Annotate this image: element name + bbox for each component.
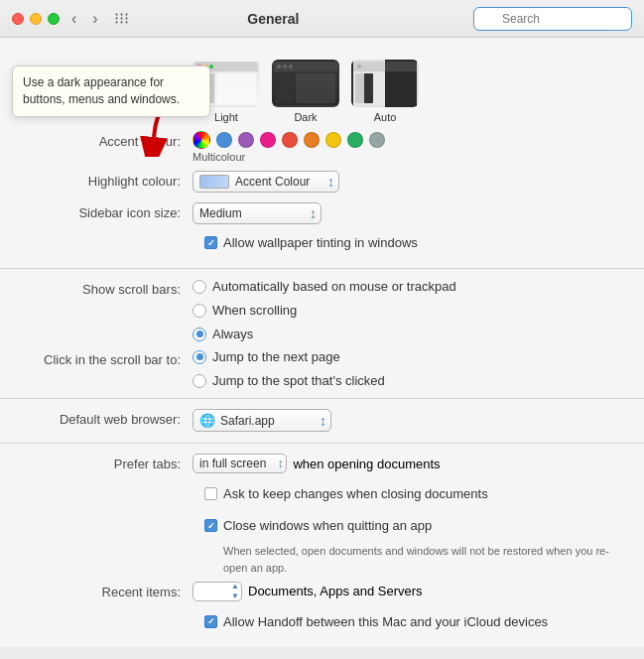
- click-next-label: Jump to the next page: [212, 349, 340, 364]
- sidebar-size-dropdown[interactable]: Medium: [193, 202, 322, 224]
- highlight-colour-label: Highlight colour:: [24, 171, 193, 189]
- browser-icon: 🌐: [199, 413, 215, 428]
- light-label: Light: [214, 111, 238, 123]
- browser-section: Default web browser: 🌐 Safari.app ↕: [0, 399, 644, 444]
- scrollbars-always-radio[interactable]: [193, 328, 206, 341]
- click-spot-row: Jump to the spot that's clicked: [193, 373, 385, 388]
- stepper-up[interactable]: ▲: [230, 582, 240, 592]
- recent-items-controls: 10 ▲ ▼ Documents, Apps and Servers: [193, 582, 620, 601]
- scrollbars-scrolling-radio[interactable]: [193, 304, 206, 318]
- search-input[interactable]: [473, 7, 632, 31]
- dark-label: Dark: [294, 111, 317, 123]
- tabs-dropdown-wrapper: in full screen ↕: [193, 454, 287, 473]
- sidebar-size-dropdown-wrapper: Medium ↕: [193, 202, 322, 224]
- browser-label: Default web browser:: [24, 409, 193, 427]
- accent-colour-row: Accent colour:: [24, 131, 620, 163]
- accent-purple[interactable]: [238, 132, 254, 148]
- scrollbars-auto-radio[interactable]: [193, 280, 206, 294]
- close-windows-label: Close windows when quitting an app: [223, 517, 432, 535]
- close-windows-group: Close windows when quitting an app When …: [204, 517, 620, 576]
- close-button[interactable]: [12, 13, 24, 25]
- highlight-preview: [199, 175, 229, 189]
- browser-value: Safari.app: [220, 414, 275, 428]
- sidebar-icon-size-row: Sidebar icon size: Medium ↕: [24, 202, 620, 226]
- appearance-controls: Light: [193, 60, 620, 123]
- close-windows-note: When selected, open documents and window…: [223, 545, 609, 573]
- auto-thumb: [351, 60, 419, 107]
- prefer-tabs-row: Prefer tabs: in full screen ↕ when openi…: [24, 454, 620, 477]
- click-spot-label: Jump to the spot that's clicked: [212, 373, 385, 388]
- auto-label: Auto: [374, 111, 397, 123]
- sidebar-size-controls: Medium ↕: [193, 202, 620, 224]
- click-scrollbar-controls: Jump to the next page Jump to the spot t…: [193, 349, 620, 388]
- titlebar: ‹ › ⁝⁝⁝ General 🔍: [0, 0, 644, 38]
- wallpaper-label: Allow wallpaper tinting in windows: [223, 234, 418, 252]
- recent-items-label: Recent items:: [24, 582, 193, 599]
- back-button[interactable]: ‹: [67, 9, 80, 29]
- multicolor-label: Multicolour: [193, 151, 385, 163]
- accent-orange[interactable]: [304, 132, 320, 148]
- browser-dropdown-wrapper: 🌐 Safari.app ↕: [193, 409, 331, 432]
- stepper-down[interactable]: ▼: [230, 592, 240, 601]
- settings-area: Appearance:: [0, 38, 644, 647]
- highlight-dropdown-wrapper: Accent Colour ↕: [193, 171, 339, 193]
- accent-pink[interactable]: [260, 132, 276, 148]
- click-next-radio[interactable]: [193, 350, 206, 364]
- appearance-options: Light: [193, 60, 419, 123]
- close-windows-note-wrapper: When selected, open documents and window…: [204, 543, 620, 576]
- close-windows-checkbox[interactable]: [204, 519, 217, 532]
- wallpaper-checkbox[interactable]: [204, 236, 217, 249]
- minimize-button[interactable]: [30, 13, 42, 25]
- scrollbars-always-label: Always: [212, 327, 253, 341]
- prefer-tabs-controls: in full screen ↕ when opening documents: [193, 454, 620, 473]
- appearance-auto[interactable]: Auto: [351, 60, 419, 123]
- scrollbars-auto-row: Automatically based on mouse or trackpad: [193, 279, 456, 294]
- ask-changes-label: Ask to keep changes when closing documen…: [223, 485, 488, 503]
- maximize-button[interactable]: [48, 13, 60, 25]
- close-windows-row: Close windows when quitting an app When …: [24, 517, 620, 576]
- accent-red[interactable]: [282, 132, 298, 148]
- scrollbars-controls: Automatically based on mouse or trackpad…: [193, 279, 620, 341]
- handoff-checkbox-row: Allow Handoff between this Mac and your …: [204, 613, 548, 631]
- scrollbars-section: Show scroll bars: Automatically based on…: [0, 269, 644, 399]
- highlight-dropdown[interactable]: Accent Colour: [193, 171, 339, 193]
- accent-multicolor[interactable]: [193, 131, 210, 149]
- handoff-checkbox[interactable]: [204, 615, 217, 628]
- search-wrapper: 🔍: [473, 7, 632, 31]
- accent-blue[interactable]: [216, 132, 232, 148]
- traffic-lights: [12, 13, 60, 25]
- click-scrollbar-row: Click in the scroll bar to: Jump to the …: [24, 349, 620, 388]
- ask-changes-row: Ask to keep changes when closing documen…: [24, 485, 620, 509]
- tabs-dropdown[interactable]: in full screen: [193, 454, 287, 473]
- show-scrollbars-label: Show scroll bars:: [24, 279, 193, 297]
- wallpaper-checkbox-row: Allow wallpaper tinting in windows: [204, 234, 418, 252]
- accent-colors: [193, 131, 385, 149]
- scrollbars-always-row: Always: [193, 327, 253, 341]
- highlight-colour-row: Highlight colour: Accent Colour ↕: [24, 171, 620, 195]
- prefer-tabs-suffix: when opening documents: [293, 457, 440, 471]
- accent-swatch-wrapper: Multicolour: [193, 131, 385, 163]
- recent-items-stepper[interactable]: 10 ▲ ▼: [193, 582, 242, 601]
- click-next-row: Jump to the next page: [193, 349, 340, 364]
- sidebar-size-value: Medium: [199, 206, 242, 220]
- accent-green[interactable]: [347, 132, 363, 148]
- recent-items-row: Recent items: 10 ▲ ▼ Documents, Apps and…: [24, 582, 620, 605]
- accent-controls: Multicolour: [193, 131, 620, 163]
- handoff-label: Allow Handoff between this Mac and your …: [223, 613, 548, 631]
- appearance-dark[interactable]: Dark: [272, 60, 339, 123]
- tooltip: Use a dark appearance for buttons, menus…: [12, 66, 210, 117]
- ask-changes-checkbox[interactable]: [204, 487, 217, 500]
- browser-row: Default web browser: 🌐 Safari.app ↕: [24, 409, 620, 433]
- sidebar-icon-size-label: Sidebar icon size:: [24, 202, 193, 220]
- ask-changes-checkbox-row: Ask to keep changes when closing documen…: [204, 485, 488, 503]
- recent-items-suffix: Documents, Apps and Servers: [248, 584, 423, 598]
- handoff-row: Allow Handoff between this Mac and your …: [24, 613, 620, 637]
- wallpaper-row: Allow wallpaper tinting in windows: [24, 234, 620, 258]
- browser-dropdown[interactable]: 🌐 Safari.app: [193, 409, 331, 432]
- stepper-arrows: ▲ ▼: [230, 582, 240, 601]
- accent-yellow[interactable]: [325, 132, 341, 148]
- page-title: General: [81, 11, 465, 27]
- scrollbars-auto-label: Automatically based on mouse or trackpad: [212, 279, 456, 294]
- click-spot-radio[interactable]: [193, 374, 206, 388]
- accent-graphite[interactable]: [369, 132, 385, 148]
